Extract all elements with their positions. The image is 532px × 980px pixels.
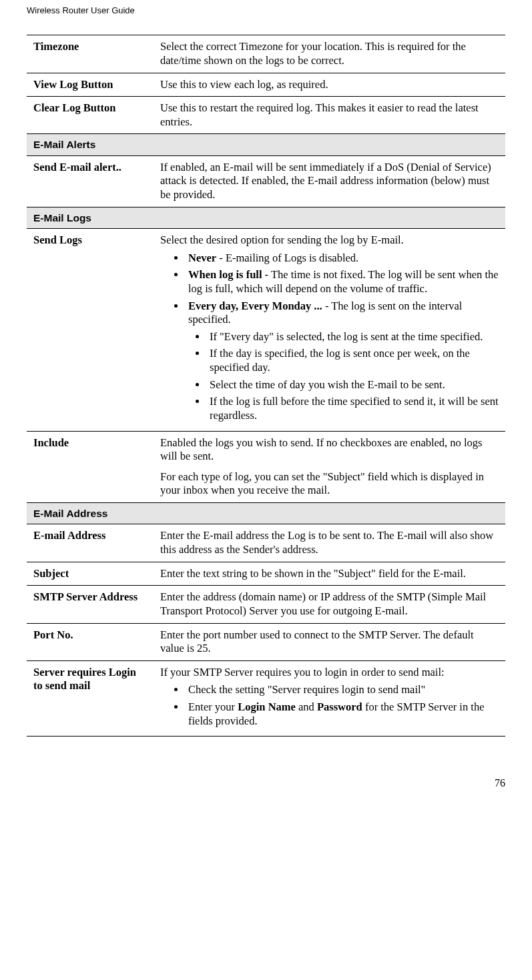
label-subject: Subject [27,562,154,586]
send-logs-intro: Select the desired option for sending th… [160,233,499,248]
send-logs-sub-select-time: Select the time of day you wish the E-ma… [207,378,499,392]
label-send-email-alert: Send E-mail alert.. [27,155,154,207]
section-email-logs: E-Mail Logs [27,207,505,228]
desc-server-requires-login: If your SMTP Server requires you to logi… [154,660,505,737]
label-email-address: E-mail Address [27,524,154,562]
desc-subject: Enter the text string to be shown in the… [154,562,505,586]
send-logs-interval-sublist: If "Every day" is selected, the log is s… [188,330,499,423]
row-smtp-server-address: SMTP Server Address Enter the address (d… [27,586,505,623]
label-server-requires-login: Server requires Login to send mail [27,660,154,737]
label-send-logs: Send Logs [27,229,154,432]
label-include: Include [27,431,154,503]
page-header-title: Wireless Router User Guide [27,5,505,16]
desc-email-address: Enter the E-mail address the Log is to b… [154,524,505,562]
label-clear-log-button: Clear Log Button [27,97,154,134]
row-send-logs: Send Logs Select the desired option for … [27,229,505,432]
include-p2: For each type of log, you can set the "S… [160,470,499,498]
send-logs-sub-everyday: If "Every day" is selected, the log is s… [207,330,499,344]
desc-view-log-button: Use this to view each log, as required. [154,73,505,97]
send-logs-option-when-full: When log is full - The time is not fixed… [186,268,499,296]
row-port-no: Port No. Enter the port number used to c… [27,623,505,660]
row-include: Include Enabled the logs you wish to sen… [27,431,505,503]
label-smtp-server-address: SMTP Server Address [27,586,154,623]
desc-smtp-server-address: Enter the address (domain name) or IP ad… [154,586,505,623]
desc-timezone: Select the correct Timezone for your loc… [154,35,505,73]
desc-send-email-alert: If enabled, an E-mail will be sent immed… [154,155,505,207]
row-view-log-button: View Log Button Use this to view each lo… [27,73,505,97]
send-logs-sub-regardless: If the log is full before the time speci… [207,395,499,422]
send-logs-option-never: Never - E-mailing of Logs is disabled. [186,252,499,266]
desc-include: Enabled the logs you wish to send. If no… [154,431,505,503]
row-subject: Subject Enter the text string to be show… [27,562,505,586]
row-clear-log-button: Clear Log Button Use this to restart the… [27,97,505,134]
row-send-email-alert: Send E-mail alert.. If enabled, an E-mai… [27,155,505,207]
send-logs-option-interval: Every day, Every Monday ... - The log is… [186,300,499,423]
server-login-check-setting: Check the setting "Server requires login… [186,683,499,697]
label-port-no: Port No. [27,623,154,660]
section-email-address: E-Mail Address [27,503,505,524]
server-login-intro: If your SMTP Server requires you to logi… [160,666,499,680]
server-login-enter-credentials: Enter your Login Name and Password for t… [186,700,499,728]
send-logs-sub-day-specified: If the day is specified, the log is sent… [207,347,499,374]
send-logs-options-list: Never - E-mailing of Logs is disabled. W… [160,252,499,423]
section-heading-email-address: E-Mail Address [27,503,505,524]
section-heading-email-alerts: E-Mail Alerts [27,134,505,155]
page-number: 76 [27,777,505,790]
desc-clear-log-button: Use this to restart the required log. Th… [154,97,505,134]
include-p1: Enabled the logs you wish to send. If no… [160,436,499,464]
server-login-list: Check the setting "Server requires login… [160,683,499,728]
section-email-alerts: E-Mail Alerts [27,134,505,155]
section-heading-email-logs: E-Mail Logs [27,207,505,228]
row-timezone: Timezone Select the correct Timezone for… [27,35,505,73]
desc-send-logs: Select the desired option for sending th… [154,229,505,432]
desc-port-no: Enter the port number used to connect to… [154,623,505,660]
settings-reference-table: Timezone Select the correct Timezone for… [27,35,505,737]
row-server-requires-login: Server requires Login to send mail If yo… [27,660,505,737]
label-view-log-button: View Log Button [27,73,154,97]
row-email-address: E-mail Address Enter the E-mail address … [27,524,505,562]
label-timezone: Timezone [27,35,154,73]
